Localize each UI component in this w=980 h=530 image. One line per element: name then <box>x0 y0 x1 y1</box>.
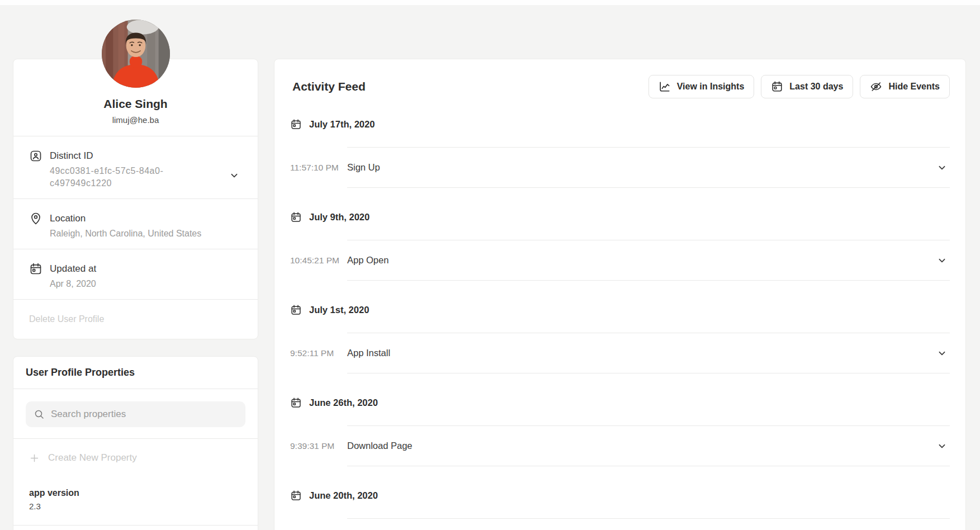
calendar-icon <box>290 119 302 130</box>
date-label: June 20th, 2020 <box>309 490 378 501</box>
date-label: July 1st, 2020 <box>309 305 369 315</box>
calendar-icon <box>29 262 42 276</box>
event-time: 9:52:11 PM <box>290 348 334 358</box>
plus-icon <box>29 453 40 463</box>
field-value: Apr 8, 2020 <box>50 278 96 290</box>
last-30-days-button[interactable]: Last 30 days <box>761 75 853 98</box>
activity-toolbar: View in Insights Last 30 days Hide Event… <box>648 75 950 98</box>
field-label: Distinct ID <box>50 150 212 162</box>
chevron-down-icon[interactable] <box>938 349 946 358</box>
activity-feed-list: July 17th, 2020 11:57:10 PM Sign Up July… <box>274 112 965 519</box>
event-row[interactable]: 9:39:31 PM Download Page <box>347 425 950 466</box>
view-in-insights-button[interactable]: View in Insights <box>648 75 755 98</box>
field-location: Location Raleigh, North Carolina, United… <box>13 198 258 249</box>
search-properties-input[interactable] <box>51 409 238 420</box>
location-pin-icon <box>29 212 42 225</box>
feed-group: June 26th, 2020 9:39:31 PM Download Page <box>290 391 950 466</box>
feed-group: July 9th, 2020 10:45:21 PM App Open <box>290 205 950 281</box>
calendar-icon <box>771 81 783 93</box>
date-label: July 9th, 2020 <box>309 212 370 223</box>
field-value: Raleigh, North Carolina, United States <box>50 228 201 240</box>
date-header: July 9th, 2020 <box>290 205 950 229</box>
event-row[interactable]: 11:57:10 PM Sign Up <box>347 147 950 188</box>
field-distinct-id: Distinct ID 49cc0381-e1fc-57c5-84a0-c497… <box>13 136 258 198</box>
id-badge-icon <box>29 149 42 163</box>
search-section <box>13 389 258 439</box>
feed-group: July 1st, 2020 9:52:11 PM App Install <box>290 298 950 373</box>
event-name: Download Page <box>347 441 413 451</box>
field-label: Updated at <box>50 263 96 275</box>
event-time: 10:45:21 PM <box>290 255 339 266</box>
date-label: June 26th, 2020 <box>309 397 378 408</box>
event-name: Sign Up <box>347 162 380 173</box>
event-name: App Open <box>347 255 389 266</box>
eye-off-icon <box>870 81 882 93</box>
date-header: July 1st, 2020 <box>290 298 950 321</box>
properties-title: User Profile Properties <box>13 357 258 389</box>
property-item[interactable]: app version 2.3 <box>13 477 258 526</box>
top-strip <box>0 0 980 5</box>
create-new-property-button[interactable]: Create New Property <box>13 439 258 477</box>
event-name: App Install <box>347 348 390 358</box>
field-updated-at: Updated at Apr 8, 2020 <box>13 249 258 299</box>
property-name: app version <box>29 487 244 499</box>
chevron-down-icon[interactable] <box>938 442 946 451</box>
event-row[interactable]: 9:52:11 PM App Install <box>347 333 950 373</box>
profile-card: Alice Singh limuj@he.ba Distinct ID 49cc… <box>13 59 258 339</box>
chevron-down-icon[interactable] <box>938 256 946 265</box>
create-new-property-label: Create New Property <box>48 452 137 463</box>
row-divider <box>347 518 950 519</box>
chevron-down-icon[interactable] <box>938 163 946 172</box>
calendar-icon <box>290 304 302 316</box>
event-time: 11:57:10 PM <box>290 163 339 173</box>
search-properties-box[interactable] <box>26 401 245 427</box>
hide-events-label: Hide Events <box>888 82 940 92</box>
date-header: June 26th, 2020 <box>290 391 950 414</box>
activity-header: Activity Feed View in Insights Last 30 d… <box>274 59 965 98</box>
feed-group: July 17th, 2020 11:57:10 PM Sign Up <box>290 112 950 188</box>
calendar-icon <box>290 490 302 501</box>
date-label: July 17th, 2020 <box>309 119 375 130</box>
profile-email: limuj@he.ba <box>25 115 247 126</box>
date-header: July 17th, 2020 <box>290 112 950 136</box>
user-profile-properties-card: User Profile Properties Create New Prope… <box>13 356 258 530</box>
last-30-days-label: Last 30 days <box>789 82 843 92</box>
profile-name: Alice Singh <box>25 97 247 111</box>
event-time: 9:39:31 PM <box>290 441 334 451</box>
event-row[interactable]: 10:45:21 PM App Open <box>347 240 950 281</box>
avatar <box>102 20 170 88</box>
hide-events-button[interactable]: Hide Events <box>860 75 950 98</box>
delete-user-profile-button[interactable]: Delete User Profile <box>13 299 258 339</box>
field-label: Location <box>50 212 201 225</box>
calendar-icon <box>290 397 302 409</box>
date-header: June 20th, 2020 <box>290 484 950 507</box>
activity-feed-title: Activity Feed <box>292 75 366 98</box>
view-in-insights-label: View in Insights <box>677 82 745 92</box>
line-chart-icon <box>659 81 671 93</box>
search-icon <box>34 409 45 420</box>
feed-group: June 20th, 2020 <box>290 484 950 519</box>
activity-feed-card: Activity Feed View in Insights Last 30 d… <box>274 59 966 530</box>
chevron-down-icon[interactable] <box>230 171 239 180</box>
calendar-icon <box>290 211 302 223</box>
property-value: 2.3 <box>29 500 244 513</box>
field-value: 49cc0381-e1fc-57c5-84a0-c497949c1220 <box>50 165 212 190</box>
